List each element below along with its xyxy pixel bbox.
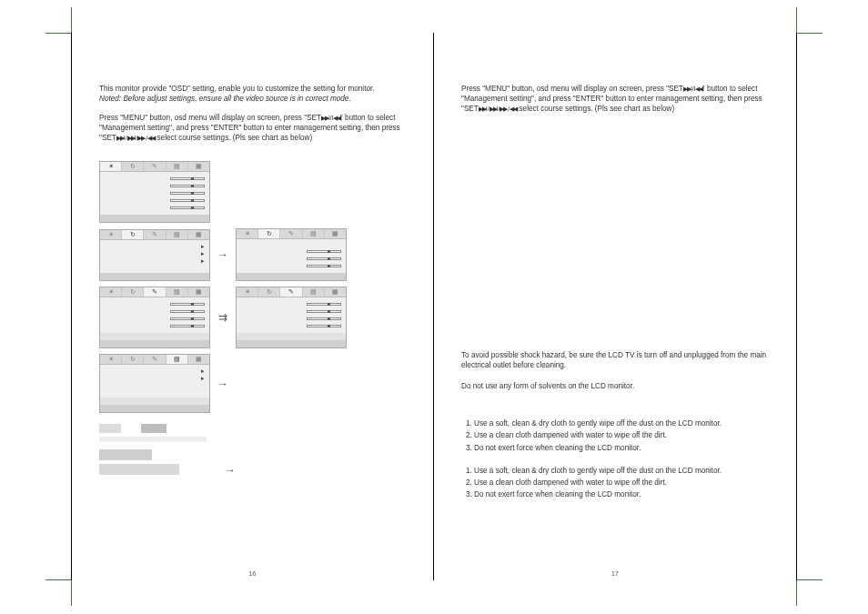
page-right: Press "MENU" button, osd menu will displ… xyxy=(434,33,797,580)
osd-tab-icon: ▦ xyxy=(188,162,209,171)
list-item: Use a soft, clean & dry cloth to gently … xyxy=(474,418,769,428)
osd-panel-3a: ☀ ↻ ✎ ▧ ▦ xyxy=(99,287,210,348)
cleaning-list-2: Use a soft, clean & dry cloth to gently … xyxy=(461,466,769,499)
arrow-right-icon: → xyxy=(210,248,236,261)
osd-panel-2b: ☀ ↻ ✎ ▧ ▦ xyxy=(236,228,347,281)
osd-panel-3b: ☀ ↻ ✎ ▧ ▦ xyxy=(236,287,347,348)
osd-tab-icon: ✎ xyxy=(144,162,166,171)
page-number-right: 17 xyxy=(434,570,796,577)
warning-solvents: Do not use any form of solvents on the L… xyxy=(461,381,769,391)
transport-icons-2: ▶▶I / ▶▶I / ▶▶ / ◀◀ xyxy=(479,105,517,113)
gray-bars-diagram: → xyxy=(99,424,406,478)
transport-icons-1: ▶▶I / I◀◀ xyxy=(683,85,702,93)
list-item: Use a clean cloth dampened with water to… xyxy=(474,478,769,488)
page-left: This monitor provide "OSD" setting, enab… xyxy=(71,33,434,580)
transport-icons-1: ▶▶I / I◀◀ xyxy=(321,114,340,122)
osd-panel-4: ☀ ↻ ✎ ▧ ▦ ▸ ▸ xyxy=(99,354,210,413)
page-number-left: 16 xyxy=(72,570,433,577)
page-spread: This monitor provide "OSD" setting, enab… xyxy=(71,33,797,580)
osd-tab-icon: ▧ xyxy=(167,162,188,171)
osd-panel-1: ☀ ↻ ✎ ▧ ▦ xyxy=(99,161,210,223)
instructions-right: Press "MENU" button, osd menu will displ… xyxy=(461,84,769,114)
osd-panel-2a: ☀ ↻ ✎ ▧ ▦ ▸ ▸ ▸ xyxy=(99,229,210,281)
double-arrow-icon: ⇉ xyxy=(210,311,236,324)
warning-shock: To avoid possible shock hazard, be sure … xyxy=(461,350,769,370)
osd-tab-icon: ☀ xyxy=(100,162,122,171)
transport-icons-2: ▶▶I / ▶▶I / ▶▶ / ◀◀ xyxy=(116,134,155,142)
list-item: Use a soft, clean & dry cloth to gently … xyxy=(474,466,769,476)
cleaning-list-1: Use a soft, clean & dry cloth to gently … xyxy=(461,418,769,452)
list-item: Do not exert force when cleaning the LCD… xyxy=(474,489,769,499)
intro-line: This monitor provide "OSD" setting, enab… xyxy=(99,85,375,93)
osd-diagram-column: ☀ ↻ ✎ ▧ ▦ xyxy=(99,161,406,478)
osd-tab-icon: ↻ xyxy=(122,162,144,171)
instructions-left: Press "MENU" button, osd menu will displ… xyxy=(99,113,406,143)
intro-text: This monitor provide "OSD" setting, enab… xyxy=(99,84,406,104)
intro-noted: Noted: Before adjust settings, ensure al… xyxy=(99,95,351,103)
list-item: Do not exert force when cleaning the LCD… xyxy=(474,443,769,453)
arrow-right-icon: → xyxy=(210,377,236,390)
list-item: Use a clean cloth dampened with water to… xyxy=(474,430,769,440)
